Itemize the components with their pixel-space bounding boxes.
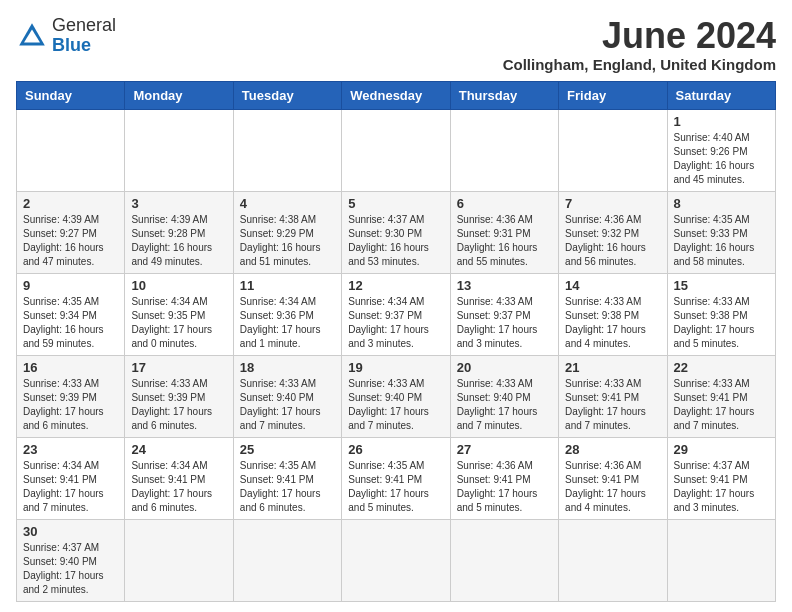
calendar-cell: 25Sunrise: 4:35 AM Sunset: 9:41 PM Dayli… xyxy=(233,437,341,519)
calendar-cell xyxy=(342,109,450,191)
day-number: 1 xyxy=(674,114,769,129)
day-info: Sunrise: 4:36 AM Sunset: 9:32 PM Dayligh… xyxy=(565,213,660,269)
calendar-cell: 11Sunrise: 4:34 AM Sunset: 9:36 PM Dayli… xyxy=(233,273,341,355)
page-header: General Blue June 2024 Collingham, Engla… xyxy=(16,16,776,73)
calendar-cell: 17Sunrise: 4:33 AM Sunset: 9:39 PM Dayli… xyxy=(125,355,233,437)
calendar-cell: 6Sunrise: 4:36 AM Sunset: 9:31 PM Daylig… xyxy=(450,191,558,273)
day-number: 4 xyxy=(240,196,335,211)
calendar-cell: 14Sunrise: 4:33 AM Sunset: 9:38 PM Dayli… xyxy=(559,273,667,355)
day-info: Sunrise: 4:39 AM Sunset: 9:28 PM Dayligh… xyxy=(131,213,226,269)
day-number: 2 xyxy=(23,196,118,211)
day-info: Sunrise: 4:34 AM Sunset: 9:41 PM Dayligh… xyxy=(131,459,226,515)
calendar-week-5: 23Sunrise: 4:34 AM Sunset: 9:41 PM Dayli… xyxy=(17,437,776,519)
day-info: Sunrise: 4:33 AM Sunset: 9:40 PM Dayligh… xyxy=(457,377,552,433)
calendar-week-1: 1Sunrise: 4:40 AM Sunset: 9:26 PM Daylig… xyxy=(17,109,776,191)
calendar-cell xyxy=(233,109,341,191)
day-info: Sunrise: 4:34 AM Sunset: 9:41 PM Dayligh… xyxy=(23,459,118,515)
logo-icon xyxy=(16,20,48,52)
day-info: Sunrise: 4:39 AM Sunset: 9:27 PM Dayligh… xyxy=(23,213,118,269)
calendar-cell: 23Sunrise: 4:34 AM Sunset: 9:41 PM Dayli… xyxy=(17,437,125,519)
logo-text: General Blue xyxy=(52,16,116,56)
calendar-cell: 18Sunrise: 4:33 AM Sunset: 9:40 PM Dayli… xyxy=(233,355,341,437)
day-number: 28 xyxy=(565,442,660,457)
day-info: Sunrise: 4:40 AM Sunset: 9:26 PM Dayligh… xyxy=(674,131,769,187)
calendar-cell xyxy=(17,109,125,191)
calendar-week-4: 16Sunrise: 4:33 AM Sunset: 9:39 PM Dayli… xyxy=(17,355,776,437)
calendar-cell xyxy=(233,519,341,601)
calendar-cell: 12Sunrise: 4:34 AM Sunset: 9:37 PM Dayli… xyxy=(342,273,450,355)
calendar-cell: 19Sunrise: 4:33 AM Sunset: 9:40 PM Dayli… xyxy=(342,355,450,437)
col-header-thursday: Thursday xyxy=(450,81,558,109)
calendar-cell: 27Sunrise: 4:36 AM Sunset: 9:41 PM Dayli… xyxy=(450,437,558,519)
day-info: Sunrise: 4:36 AM Sunset: 9:41 PM Dayligh… xyxy=(565,459,660,515)
calendar-cell xyxy=(342,519,450,601)
day-info: Sunrise: 4:33 AM Sunset: 9:38 PM Dayligh… xyxy=(674,295,769,351)
location: Collingham, England, United Kingdom xyxy=(503,56,776,73)
calendar-cell: 3Sunrise: 4:39 AM Sunset: 9:28 PM Daylig… xyxy=(125,191,233,273)
calendar-cell: 26Sunrise: 4:35 AM Sunset: 9:41 PM Dayli… xyxy=(342,437,450,519)
day-number: 3 xyxy=(131,196,226,211)
day-info: Sunrise: 4:33 AM Sunset: 9:40 PM Dayligh… xyxy=(348,377,443,433)
day-number: 13 xyxy=(457,278,552,293)
day-info: Sunrise: 4:33 AM Sunset: 9:39 PM Dayligh… xyxy=(131,377,226,433)
calendar-cell: 20Sunrise: 4:33 AM Sunset: 9:40 PM Dayli… xyxy=(450,355,558,437)
day-info: Sunrise: 4:33 AM Sunset: 9:37 PM Dayligh… xyxy=(457,295,552,351)
day-number: 29 xyxy=(674,442,769,457)
month-title: June 2024 xyxy=(503,16,776,56)
day-info: Sunrise: 4:36 AM Sunset: 9:41 PM Dayligh… xyxy=(457,459,552,515)
logo: General Blue xyxy=(16,16,116,56)
calendar-cell xyxy=(559,519,667,601)
calendar-cell xyxy=(450,519,558,601)
title-section: June 2024 Collingham, England, United Ki… xyxy=(503,16,776,73)
day-number: 12 xyxy=(348,278,443,293)
calendar-cell xyxy=(450,109,558,191)
calendar-cell: 10Sunrise: 4:34 AM Sunset: 9:35 PM Dayli… xyxy=(125,273,233,355)
col-header-saturday: Saturday xyxy=(667,81,775,109)
calendar-week-3: 9Sunrise: 4:35 AM Sunset: 9:34 PM Daylig… xyxy=(17,273,776,355)
day-number: 7 xyxy=(565,196,660,211)
day-number: 26 xyxy=(348,442,443,457)
calendar-cell: 2Sunrise: 4:39 AM Sunset: 9:27 PM Daylig… xyxy=(17,191,125,273)
day-number: 18 xyxy=(240,360,335,375)
day-number: 9 xyxy=(23,278,118,293)
calendar-cell: 21Sunrise: 4:33 AM Sunset: 9:41 PM Dayli… xyxy=(559,355,667,437)
calendar-cell: 16Sunrise: 4:33 AM Sunset: 9:39 PM Dayli… xyxy=(17,355,125,437)
calendar-cell: 7Sunrise: 4:36 AM Sunset: 9:32 PM Daylig… xyxy=(559,191,667,273)
day-info: Sunrise: 4:35 AM Sunset: 9:41 PM Dayligh… xyxy=(240,459,335,515)
calendar-cell: 24Sunrise: 4:34 AM Sunset: 9:41 PM Dayli… xyxy=(125,437,233,519)
calendar-cell: 29Sunrise: 4:37 AM Sunset: 9:41 PM Dayli… xyxy=(667,437,775,519)
day-info: Sunrise: 4:35 AM Sunset: 9:41 PM Dayligh… xyxy=(348,459,443,515)
day-number: 20 xyxy=(457,360,552,375)
day-number: 21 xyxy=(565,360,660,375)
calendar-cell xyxy=(125,519,233,601)
day-number: 19 xyxy=(348,360,443,375)
day-info: Sunrise: 4:34 AM Sunset: 9:35 PM Dayligh… xyxy=(131,295,226,351)
day-info: Sunrise: 4:34 AM Sunset: 9:37 PM Dayligh… xyxy=(348,295,443,351)
day-number: 22 xyxy=(674,360,769,375)
calendar-cell: 1Sunrise: 4:40 AM Sunset: 9:26 PM Daylig… xyxy=(667,109,775,191)
col-header-sunday: Sunday xyxy=(17,81,125,109)
day-number: 15 xyxy=(674,278,769,293)
day-number: 23 xyxy=(23,442,118,457)
col-header-monday: Monday xyxy=(125,81,233,109)
calendar-cell: 13Sunrise: 4:33 AM Sunset: 9:37 PM Dayli… xyxy=(450,273,558,355)
calendar-cell: 28Sunrise: 4:36 AM Sunset: 9:41 PM Dayli… xyxy=(559,437,667,519)
calendar-cell xyxy=(125,109,233,191)
day-number: 6 xyxy=(457,196,552,211)
day-info: Sunrise: 4:35 AM Sunset: 9:34 PM Dayligh… xyxy=(23,295,118,351)
day-number: 14 xyxy=(565,278,660,293)
day-number: 11 xyxy=(240,278,335,293)
calendar-cell: 8Sunrise: 4:35 AM Sunset: 9:33 PM Daylig… xyxy=(667,191,775,273)
day-info: Sunrise: 4:33 AM Sunset: 9:41 PM Dayligh… xyxy=(565,377,660,433)
day-number: 8 xyxy=(674,196,769,211)
col-header-friday: Friday xyxy=(559,81,667,109)
day-info: Sunrise: 4:33 AM Sunset: 9:39 PM Dayligh… xyxy=(23,377,118,433)
calendar-cell: 22Sunrise: 4:33 AM Sunset: 9:41 PM Dayli… xyxy=(667,355,775,437)
day-info: Sunrise: 4:35 AM Sunset: 9:33 PM Dayligh… xyxy=(674,213,769,269)
calendar-week-6: 30Sunrise: 4:37 AM Sunset: 9:40 PM Dayli… xyxy=(17,519,776,601)
day-number: 17 xyxy=(131,360,226,375)
day-number: 27 xyxy=(457,442,552,457)
col-header-wednesday: Wednesday xyxy=(342,81,450,109)
day-number: 10 xyxy=(131,278,226,293)
calendar-cell: 9Sunrise: 4:35 AM Sunset: 9:34 PM Daylig… xyxy=(17,273,125,355)
